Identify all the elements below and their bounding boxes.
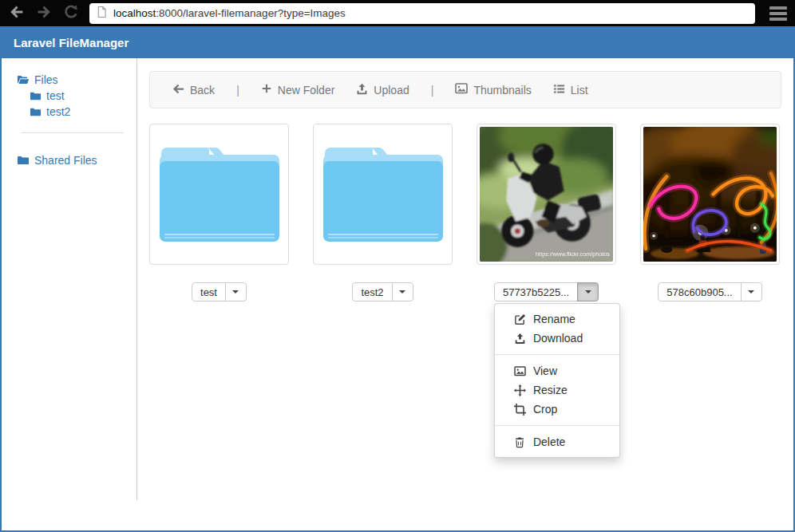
menu-item-download[interactable]: Download [495,329,619,348]
page-document-icon [97,6,107,22]
watermark-text: https://www.flickr.com/photos [536,250,610,258]
toolbar-separator: | [236,84,239,97]
light-painting-photo [643,127,777,262]
item-name-button[interactable]: 57737b5225... [494,282,578,301]
menu-item-resize[interactable]: Resize [495,380,619,400]
menu-item-rename[interactable]: Rename [495,309,619,329]
thumbnails-view-button[interactable]: Thumbnails [455,83,531,97]
menu-label: Delete [533,435,565,448]
item-name-button-group: test2 [352,282,413,301]
sidebar-item-label: test [46,89,65,102]
app-content: Files test test2 [2,58,793,530]
menu-label: Crop [533,403,557,416]
caret-down-icon [748,290,754,294]
menu-item-crop[interactable]: Crop [495,400,619,419]
back-label: Back [190,84,215,97]
sidebar-item-test2[interactable]: test2 [30,104,136,120]
browser-window: localhost:8000/laravel-filemanager?type=… [0,0,795,532]
folder-thumbnail[interactable] [313,124,453,265]
caret-down-icon [232,290,239,294]
caret-down-icon [399,290,405,294]
back-button[interactable]: Back [172,83,215,97]
url-path: :8000/laravel-filemanager?type=Images [156,7,346,19]
menu-label: Resize [533,384,568,396]
grid-item-image-57737b5225: https://www.flickr.com/photos 57737b5225… [477,124,616,301]
sidebar-item-label: Shared Files [34,154,97,167]
filemanager-app: Laravel FileManager Files [0,26,795,532]
motorcycle-photo: https://www.flickr.com/photos [480,127,613,262]
browser-menu-icon[interactable] [769,6,787,21]
folder-icon [30,106,42,118]
item-name-button[interactable]: 578c60b905... [658,282,741,301]
menu-item-view[interactable]: View [495,361,619,380]
menu-label: Download [533,332,583,345]
picture-icon [514,366,526,376]
item-context-menu: Rename Download [494,303,620,458]
item-name-button-group: test [192,282,247,301]
menu-item-delete[interactable]: Delete [495,432,619,451]
sidebar-item-shared-files[interactable]: Shared Files [17,152,136,168]
address-bar[interactable]: localhost:8000/laravel-filemanager?type=… [89,3,755,24]
refresh-icon [63,4,79,22]
app-title: Laravel FileManager [14,36,129,49]
toolbar: Back | New Folder [149,71,781,108]
move-arrows-icon [514,384,526,396]
grid-item-folder-test2: test2 [313,124,453,301]
app-navbar: Laravel FileManager [2,26,793,58]
item-name-button-group: 578c60b905... [658,282,761,301]
plus-icon [261,83,272,97]
list-label: List [571,84,588,97]
menu-divider [495,425,619,426]
new-folder-label: New Folder [278,84,335,97]
pencil-square-icon [514,313,526,325]
browser-reload-button[interactable] [62,5,80,22]
item-name-button-group: 57737b5225... [494,282,599,301]
item-dropdown-toggle[interactable] [225,282,247,301]
upload-label: Upload [374,84,409,97]
image-thumbnail[interactable]: https://www.flickr.com/photos [477,124,616,265]
item-dropdown-toggle[interactable] [392,282,413,301]
browser-chrome: localhost:8000/laravel-filemanager?type=… [0,0,795,26]
folder-open-icon [17,73,30,86]
sidebar-item-label: test2 [46,105,70,118]
items-grid: test test2 [149,124,781,301]
sidebar: Files test test2 [2,58,137,500]
forward-arrow-icon [36,4,52,22]
folder-thumbnail[interactable] [149,124,289,265]
list-icon [553,83,565,97]
sidebar-divider [22,132,124,133]
grid-item-image-578c60b905: 578c60b905... [640,124,780,301]
folder-icon [30,90,42,102]
browser-forward-button[interactable] [35,5,53,22]
sidebar-item-test[interactable]: test [30,88,136,104]
item-dropdown-toggle-open[interactable] [577,282,599,301]
image-thumbnail[interactable] [640,124,780,265]
picture-icon [455,83,468,97]
folder-glyph-icon [323,148,443,242]
item-name-button[interactable]: test [192,282,226,301]
url-text: localhost:8000/laravel-filemanager?type=… [113,7,346,19]
folder-icon [17,154,30,167]
arrow-left-icon [172,83,184,97]
back-arrow-icon [9,4,25,22]
url-host: localhost [113,7,156,19]
download-icon [514,333,526,345]
browser-back-button[interactable] [8,5,26,22]
new-folder-button[interactable]: New Folder [261,83,335,97]
main-panel: Back | New Folder [137,58,793,530]
menu-divider [495,354,619,355]
item-name-button[interactable]: test2 [352,282,392,301]
menu-label: Rename [533,313,575,325]
list-view-button[interactable]: List [553,83,588,97]
grid-item-folder-test: test [149,124,289,301]
caret-down-icon [585,290,591,294]
trash-icon [514,436,526,448]
sidebar-item-files[interactable]: Files [17,72,136,88]
toolbar-separator: | [431,84,434,97]
upload-icon [356,83,368,97]
sidebar-item-label: Files [34,73,58,86]
thumbnails-label: Thumbnails [473,84,531,97]
item-dropdown-toggle[interactable] [741,282,762,301]
crop-icon [514,404,526,416]
upload-button[interactable]: Upload [356,83,409,97]
